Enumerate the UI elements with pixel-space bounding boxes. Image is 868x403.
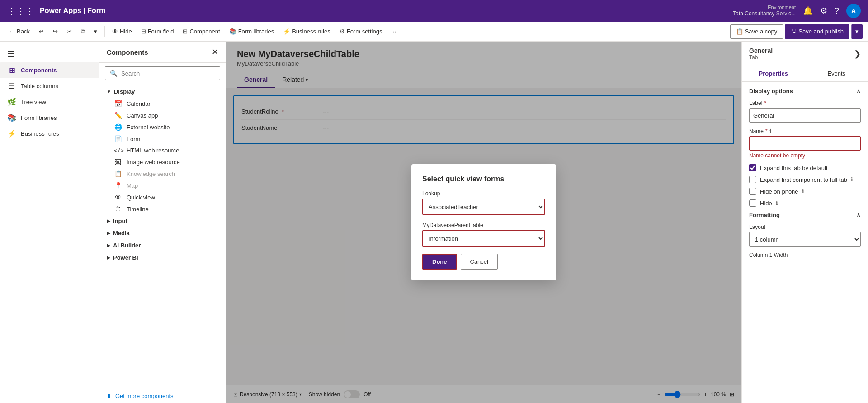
business-rules-icon: ⚡ <box>283 28 290 35</box>
redo-button[interactable]: ↪ <box>49 24 61 39</box>
sidebar-item-business-rules[interactable]: ⚡ Business rules <box>0 126 99 142</box>
copy-button[interactable]: ⧉ <box>77 24 89 39</box>
avatar[interactable]: A <box>846 4 861 18</box>
form-libraries-button[interactable]: 📚 Form libraries <box>226 24 278 39</box>
input-group-chevron-icon: ▶ <box>107 218 110 223</box>
media-group-header[interactable]: ▶ Media <box>99 227 226 239</box>
ai-builder-group-header[interactable]: ▶ AI Builder <box>99 239 226 251</box>
dialog-lookup-label: Lookup <box>422 190 545 197</box>
top-bar: ⋮⋮⋮ Power Apps | Form Environment Tata C… <box>0 0 868 22</box>
form-icon: 📄 <box>114 135 122 142</box>
hide-checkbox[interactable] <box>749 199 756 207</box>
dialog-cancel-button[interactable]: Cancel <box>461 254 498 270</box>
name-info-icon[interactable]: ℹ <box>769 128 772 134</box>
help-icon[interactable]: ? <box>835 6 839 16</box>
business-rules-button[interactable]: ⚡ Business rules <box>279 24 334 39</box>
label-input[interactable] <box>749 108 861 123</box>
apps-icon[interactable]: ⋮⋮⋮ <box>7 5 34 16</box>
select-quick-view-dialog: Select quick view forms Lookup Associate… <box>411 164 556 280</box>
formatting-title: Formatting <box>749 212 780 218</box>
layout-select[interactable]: 1 column <box>749 232 861 247</box>
components-close-button[interactable]: ✕ <box>212 47 218 57</box>
undo-button[interactable]: ↩ <box>35 24 47 39</box>
dialog-buttons: Done Cancel <box>422 254 545 270</box>
table-columns-icon: ☰ <box>7 82 16 90</box>
tab-properties[interactable]: Properties <box>742 66 805 81</box>
notification-icon[interactable]: 🔔 <box>803 6 813 16</box>
dialog-table-section: MyDataverseParentTable Information <box>422 222 545 247</box>
hide-phone-checkbox-row: Hide on phone ℹ <box>749 188 861 195</box>
comp-item-form[interactable]: 📄 Form <box>99 133 226 145</box>
get-more-components[interactable]: ⬇ Get more components <box>99 389 226 403</box>
comp-item-quick-view[interactable]: 👁 Quick view <box>99 191 226 203</box>
comp-item-calendar[interactable]: 📅 Calendar <box>99 98 226 109</box>
component-button[interactable]: ⊞ Component <box>179 24 223 39</box>
save-dropdown-button[interactable]: ▾ <box>851 24 863 39</box>
search-box[interactable]: 🔍 <box>105 66 220 80</box>
expand-component-checkbox-row: Expand first component to full tab ℹ <box>749 176 861 183</box>
comp-item-html-web-resource[interactable]: </> HTML web resource <box>99 145 226 156</box>
name-input[interactable] <box>749 136 861 151</box>
more-button[interactable]: ··· <box>387 24 400 39</box>
get-more-icon: ⬇ <box>107 393 112 399</box>
search-input[interactable] <box>121 70 215 77</box>
command-bar: ← Back ↩ ↪ ✂ ⧉ ▾ 👁 Hide ⊟ Form field ⊞ C… <box>0 22 868 42</box>
power-bi-group-header[interactable]: ▶ Power BI <box>99 251 226 264</box>
app-title: Power Apps | Form <box>40 7 105 15</box>
timeline-icon: ⏱ <box>114 205 122 213</box>
hide-button[interactable]: 👁 Hide <box>108 24 136 39</box>
components-nav-icon: ⊞ <box>7 66 16 75</box>
layout-field-label: Layout <box>749 224 861 230</box>
right-panel-tabs: Properties Events <box>742 66 868 82</box>
save-copy-button[interactable]: 📋 Save a copy <box>730 24 783 39</box>
dialog-table-select[interactable]: Information <box>423 231 544 246</box>
settings-icon[interactable]: ⚙ <box>820 6 827 16</box>
comp-item-timeline[interactable]: ⏱ Timeline <box>99 203 226 215</box>
hide-info-icon[interactable]: ℹ <box>776 200 778 206</box>
tree-view-icon: 🌿 <box>7 98 16 106</box>
main-layout: ☰ ⊞ Components ☰ Table columns 🌿 Tree vi… <box>0 42 868 403</box>
sidebar-item-table-columns[interactable]: ☰ Table columns <box>0 78 99 94</box>
sidebar-item-tree-view[interactable]: 🌿 Tree view <box>0 94 99 110</box>
back-button[interactable]: ← Back <box>5 24 33 39</box>
map-icon: 📍 <box>114 182 122 189</box>
save-publish-button[interactable]: 🖫 Save and publish <box>785 24 849 39</box>
expand-tab-checkbox[interactable] <box>749 164 756 171</box>
formatting-collapse-icon[interactable]: ∧ <box>856 211 861 218</box>
external-website-icon: 🌐 <box>114 123 122 131</box>
dialog-table-container: Information <box>422 230 545 247</box>
comp-item-canvas-app[interactable]: ✏️ Canvas app <box>99 109 226 121</box>
components-panel: Components ✕ 🔍 ▼ Display 📅 Calendar ✏️ C… <box>99 42 226 403</box>
hide-icon: 👁 <box>112 28 118 35</box>
sidebar-item-form-libraries[interactable]: 📚 Form libraries <box>0 110 99 126</box>
right-panel-title-group: General Tab <box>749 47 773 61</box>
dialog-overlay: Select quick view forms Lookup Associate… <box>226 42 741 403</box>
tab-events[interactable]: Events <box>805 66 868 81</box>
dialog-done-button[interactable]: Done <box>422 254 457 270</box>
hamburger-icon[interactable]: ☰ <box>0 45 99 62</box>
display-group-header[interactable]: ▼ Display <box>99 85 226 98</box>
display-options-collapse-icon[interactable]: ∧ <box>856 87 861 95</box>
right-panel-expand-button[interactable]: ❯ <box>854 49 861 59</box>
form-settings-icon: ⚙ <box>340 28 345 35</box>
business-rules-nav-icon: ⚡ <box>7 129 16 138</box>
expand-component-info-icon[interactable]: ℹ <box>851 176 853 183</box>
display-options-title: Display options <box>749 88 793 95</box>
divider <box>104 26 105 37</box>
save-copy-icon: 📋 <box>736 28 743 35</box>
html-web-resource-icon: </> <box>114 147 122 154</box>
right-panel-subtitle: Tab <box>749 54 773 61</box>
hide-phone-checkbox[interactable] <box>749 188 756 195</box>
hide-phone-info-icon[interactable]: ℹ <box>802 188 804 194</box>
form-settings-button[interactable]: ⚙ Form settings <box>336 24 386 39</box>
comp-item-image-web-resource[interactable]: 🖼 Image web resource <box>99 156 226 168</box>
cut-button[interactable]: ✂ <box>63 24 75 39</box>
canvas-app-icon: ✏️ <box>114 112 122 119</box>
sidebar-item-components[interactable]: ⊞ Components <box>0 62 99 78</box>
form-field-button[interactable]: ⊟ Form field <box>137 24 178 39</box>
comp-item-external-website[interactable]: 🌐 External website <box>99 121 226 133</box>
input-group-header[interactable]: ▶ Input <box>99 215 226 227</box>
expand-component-checkbox[interactable] <box>749 176 756 183</box>
paste-dropdown[interactable]: ▾ <box>90 24 101 39</box>
dialog-lookup-select[interactable]: AssociatedTeacher <box>423 199 544 214</box>
